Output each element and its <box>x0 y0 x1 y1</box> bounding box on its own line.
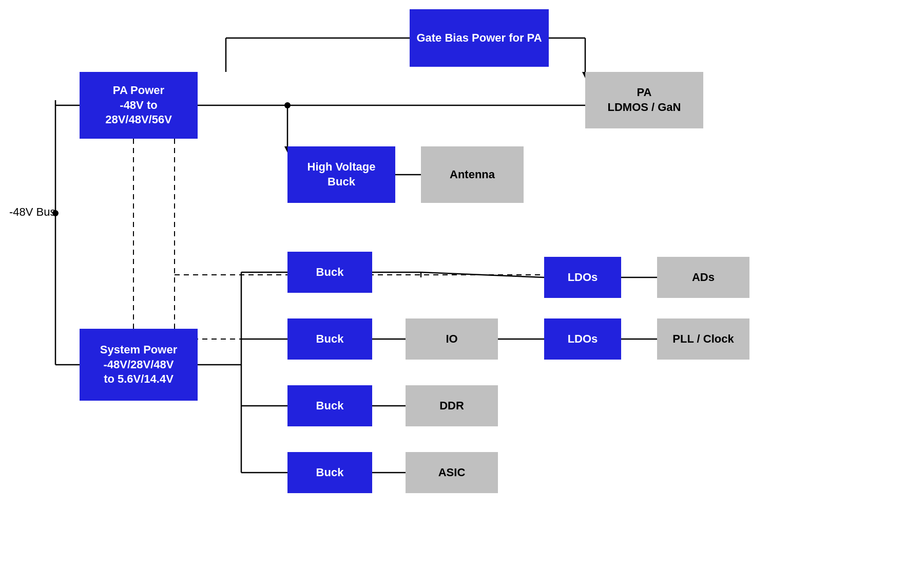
buck1-label: Buck <box>316 265 344 280</box>
svg-point-10 <box>284 102 291 108</box>
buck1-block: Buck <box>287 252 372 293</box>
ads-block: ADs <box>657 257 749 298</box>
bus-label: -48V Bus <box>9 205 56 219</box>
buck4-label: Buck <box>316 465 344 480</box>
buck4-block: Buck <box>287 452 372 493</box>
ddr-label: DDR <box>439 399 464 414</box>
buck3-label: Buck <box>316 399 344 414</box>
pa-power-label: PA Power-48V to28V/48V/56V <box>105 83 172 127</box>
pa-ldmos-block: PALDMOS / GaN <box>585 72 703 128</box>
gate-bias-label: Gate Bias Power for PA <box>416 31 542 46</box>
svg-line-37 <box>421 272 544 277</box>
ddr-block: DDR <box>406 385 498 426</box>
io-label: IO <box>446 332 457 347</box>
buck2-label: Buck <box>316 332 344 347</box>
gate-bias-block: Gate Bias Power for PA <box>410 9 549 67</box>
io-block: IO <box>406 318 498 360</box>
high-voltage-buck-block: High VoltageBuck <box>287 146 395 203</box>
pa-power-block: PA Power-48V to28V/48V/56V <box>80 72 198 139</box>
high-voltage-buck-label: High VoltageBuck <box>307 160 376 189</box>
ldo1-label: LDOs <box>568 270 598 285</box>
buck3-block: Buck <box>287 385 372 426</box>
system-power-label: System Power-48V/28V/48Vto 5.6V/14.4V <box>100 343 177 387</box>
antenna-label: Antenna <box>450 167 495 182</box>
antenna-block: Antenna <box>421 146 524 203</box>
diagram: Gate Bias Power for PA PA Power-48V to28… <box>0 0 924 563</box>
asic-label: ASIC <box>438 465 466 480</box>
ldo1-block: LDOs <box>544 257 621 298</box>
ldo2-block: LDOs <box>544 318 621 360</box>
pa-ldmos-label: PALDMOS / GaN <box>607 85 681 115</box>
pll-clock-label: PLL / Clock <box>672 332 734 347</box>
pll-clock-block: PLL / Clock <box>657 318 749 360</box>
asic-block: ASIC <box>406 452 498 493</box>
ldo2-label: LDOs <box>568 332 598 347</box>
system-power-block: System Power-48V/28V/48Vto 5.6V/14.4V <box>80 329 198 401</box>
buck2-block: Buck <box>287 318 372 360</box>
ads-label: ADs <box>692 270 715 285</box>
